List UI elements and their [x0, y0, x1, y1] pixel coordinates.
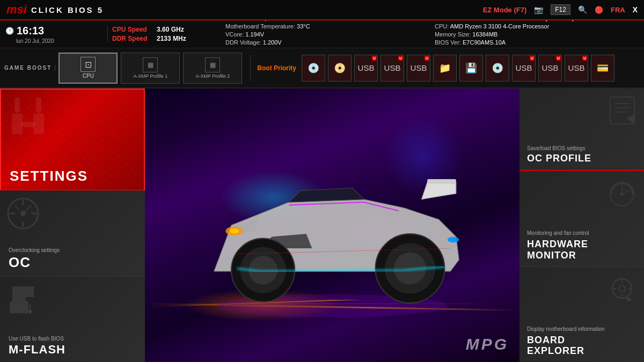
- boot-device-2[interactable]: 📀: [328, 55, 352, 82]
- clock-icon: 🕐: [5, 27, 14, 35]
- speed-area: CPU Speed 3.60 GHz DDR Speed 2133 MHz: [107, 26, 215, 42]
- cpu-speed-value: 3.60 GHz: [157, 26, 184, 33]
- boost-tab-axmp2[interactable]: ▦ A-XMP Profile 2: [183, 53, 242, 84]
- axmp2-tab-icon: ▦: [205, 57, 220, 72]
- svg-rect-15: [427, 179, 456, 184]
- hw-monitor-subtitle: Monitoring and fan control: [527, 230, 636, 237]
- current-time: 16:13: [17, 25, 44, 37]
- svg-rect-10: [10, 301, 28, 313]
- mflash-menu-item[interactable]: Use USB to flash BIOS M-FLASH: [0, 277, 145, 362]
- lang-label[interactable]: FRA: [611, 6, 625, 14]
- boot-device-10[interactable]: U USB: [538, 55, 562, 82]
- boost-tab-cpu[interactable]: ⊡ CPU: [58, 53, 118, 84]
- mpg-logo: MPG: [466, 335, 509, 353]
- close-button[interactable]: X: [633, 5, 638, 14]
- info-bar: 🕐 16:13 lun 20 Jul, 2020 CPU Speed 3.60 …: [0, 20, 644, 48]
- svg-point-23: [230, 228, 239, 233]
- left-panel: SETTINGS Overclocking sett: [0, 88, 145, 362]
- oc-profile-title: OC PROFILE: [527, 153, 636, 164]
- boot-priority-section: Boot Priority 💿 📀 U USB U USB U USB 📁: [250, 55, 640, 82]
- boot-device-11[interactable]: U USB: [565, 55, 588, 82]
- boot-priority-label: Boot Priority: [257, 64, 296, 72]
- boot-device-7[interactable]: 💾: [459, 55, 483, 82]
- game-boost-label: GAME BOOST: [4, 65, 55, 71]
- svg-point-24: [448, 237, 459, 242]
- svg-point-32: [619, 285, 625, 292]
- ddr-speed-value: 2133 MHz: [157, 35, 186, 42]
- settings-menu-item[interactable]: SETTINGS: [0, 88, 145, 190]
- ddr-voltage-row: DDR Voltage: 1.200V: [225, 39, 435, 46]
- boot-device-3[interactable]: U USB: [354, 55, 378, 82]
- car-svg: [145, 88, 519, 362]
- search-icon[interactable]: 🔍: [578, 5, 587, 14]
- mflash-subtitle: Use USB to flash BIOS: [9, 336, 136, 342]
- boot-device-9[interactable]: U USB: [512, 55, 536, 82]
- boot-device-5[interactable]: U USB: [407, 55, 430, 82]
- settings-title: SETTINGS: [10, 168, 135, 184]
- camera-icon: 📷: [534, 5, 543, 14]
- bios-ver-row: BIOS Ver: E7C90AMS.10A: [435, 39, 639, 46]
- oc-profile-icon: [605, 93, 640, 134]
- game-boost-section: GAME BOOST ⊡ CPU ▦ A-XMP Profile 1 ▦ A-X…: [4, 53, 242, 84]
- ddr-speed-row: DDR Speed 2133 MHz: [112, 35, 215, 42]
- mflash-title: M-FLASH: [9, 343, 136, 357]
- cpu-tab-label: CPU: [83, 73, 94, 79]
- axmp1-tab-label: A-XMP Profile 1: [133, 73, 167, 79]
- oc-icon: [4, 195, 42, 234]
- mb-temp-row: Motherboard Temperature: 33°C: [225, 23, 435, 29]
- oc-title: OC: [9, 254, 136, 271]
- current-date: lun 20 Jul, 2020: [16, 38, 107, 44]
- hw-monitor-title: HARDWAREMONITOR: [527, 239, 636, 261]
- center-info-area: CPU Core Temperature: 36°C Motherboard T…: [215, 15, 435, 54]
- oc-menu-item[interactable]: Overclocking settings OC: [0, 190, 145, 276]
- boot-device-6[interactable]: 📁: [433, 55, 457, 82]
- main-content-row: SETTINGS Overclocking sett: [0, 88, 644, 362]
- oc-profile-item[interactable]: Save/load BIOS settings OC PROFILE: [519, 88, 644, 170]
- hw-monitor-item[interactable]: Monitoring and fan control HARDWAREMONIT…: [519, 170, 644, 267]
- right-panel: Save/load BIOS settings OC PROFILE Monit…: [519, 88, 644, 362]
- lang-flag-icon: 🔴: [595, 6, 603, 14]
- boot-device-1[interactable]: 💿: [302, 55, 325, 82]
- header-right-controls: EZ Mode (F7) 📷 F12 🔍 🔴 FRA X: [483, 4, 638, 15]
- mem-row: Memory Size: 16384MB: [435, 31, 639, 38]
- boot-device-4[interactable]: U USB: [380, 55, 404, 82]
- center-panel: MPG: [145, 88, 519, 362]
- header-bar: msi CLICK BIOS 5 EZ Mode (F7) 📷 F12 🔍 🔴 …: [0, 0, 644, 20]
- time-display: 🕐 16:13: [5, 25, 107, 37]
- boot-device-8[interactable]: 💿: [486, 55, 509, 82]
- hw-monitor-icon: [605, 175, 640, 212]
- svg-line-8: [15, 205, 19, 209]
- axmp1-tab-icon: ▦: [143, 57, 158, 72]
- oc-subtitle: Overclocking settings: [9, 247, 136, 253]
- board-explorer-icon: [605, 271, 640, 308]
- svg-marker-11: [26, 286, 34, 297]
- cpu-speed-row: CPU Speed 3.60 GHz: [112, 26, 215, 33]
- boost-tab-axmp1[interactable]: ▦ A-XMP Profile 1: [121, 53, 180, 84]
- mflash-icon: [4, 281, 42, 321]
- ddr-speed-label: DDR Speed: [112, 35, 152, 42]
- svg-point-30: [620, 193, 624, 196]
- board-explorer-subtitle: Display motherboard information: [527, 326, 636, 333]
- boost-boot-row: GAME BOOST ⊡ CPU ▦ A-XMP Profile 1 ▦ A-X…: [0, 48, 644, 88]
- msi-logo-icon: msi: [6, 3, 27, 17]
- vcore-row: VCore: 1.194V: [225, 31, 435, 38]
- axmp2-tab-label: A-XMP Profile 2: [195, 73, 230, 79]
- bios-title: CLICK BIOS 5: [31, 5, 104, 14]
- board-explorer-item[interactable]: Display motherboard information BOARDEXP…: [519, 267, 644, 362]
- oc-profile-subtitle: Save/load BIOS settings: [527, 145, 636, 151]
- logo-area: msi CLICK BIOS 5: [6, 3, 104, 17]
- settings-icon: [6, 95, 49, 145]
- time-date-area: 🕐 16:13 lun 20 Jul, 2020: [5, 25, 107, 44]
- cpu-tab-icon: ⊡: [80, 57, 96, 72]
- boot-device-12[interactable]: 💳: [591, 55, 614, 82]
- cpu-row: CPU: AMD Ryzen 3 3100 4-Core Processor: [435, 23, 639, 29]
- cpu-speed-label: CPU Speed: [112, 26, 152, 33]
- f12-button[interactable]: F12: [551, 4, 570, 15]
- board-explorer-title: BOARDEXPLORER: [527, 335, 636, 357]
- right-info-area: MB: MPG B550 GAMING CARBON WIFI (MS-7C90…: [435, 15, 639, 54]
- ez-mode-button[interactable]: EZ Mode (F7): [483, 6, 527, 14]
